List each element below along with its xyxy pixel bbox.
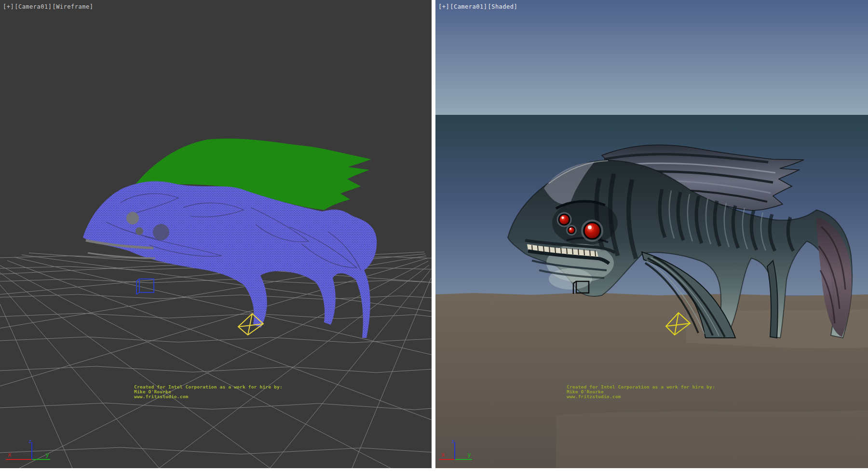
viewport-label-right: [+][Camera01][Shaded] [438, 3, 518, 10]
viewport-menu-shading[interactable]: [Wireframe] [52, 3, 93, 10]
viewport-shaded[interactable]: [+][Camera01][Shaded] [435, 0, 868, 468]
viewport-menu-general[interactable]: [+] [438, 3, 449, 10]
fish-model-wireframe[interactable] [83, 139, 377, 338]
fish-eye-spot-3 [153, 224, 169, 240]
viewport-menu-camera[interactable]: [Camera01] [14, 3, 52, 10]
viewport-wireframe[interactable]: [+][Camera01][Wireframe] [0, 0, 432, 468]
sky-backdrop [435, 0, 868, 115]
axis-y-label: y [45, 451, 49, 458]
viewport-menu-camera[interactable]: [Camera01] [450, 3, 487, 10]
axis-gizmo: x y z [437, 438, 490, 465]
axis-gizmo: x y z [2, 438, 55, 465]
axis-z-label: z [451, 438, 455, 444]
viewport-menu-general[interactable]: [+] [3, 3, 14, 10]
credit-line-3: www.fritzstudio.com [567, 394, 715, 399]
credit-text: Created for Intel Corporation as a work … [567, 385, 715, 399]
viewport-label-left: [+][Camera01][Wireframe] [3, 3, 94, 10]
fish-eye-spot-2 [136, 227, 143, 235]
viewport-menu-shading[interactable]: [Shaded] [488, 3, 517, 10]
credit-text: Created for Intel Corporation as a work … [134, 385, 283, 399]
box-helper-gizmo[interactable] [136, 279, 154, 294]
axis-x-label: x [8, 451, 12, 458]
fish-eye-spot-1 [126, 212, 139, 224]
credit-line-3: www.fritzstudio.com [134, 394, 283, 399]
axis-y-label: y [467, 451, 471, 458]
axis-x-label: x [441, 451, 445, 458]
axis-z-label: z [28, 438, 32, 444]
